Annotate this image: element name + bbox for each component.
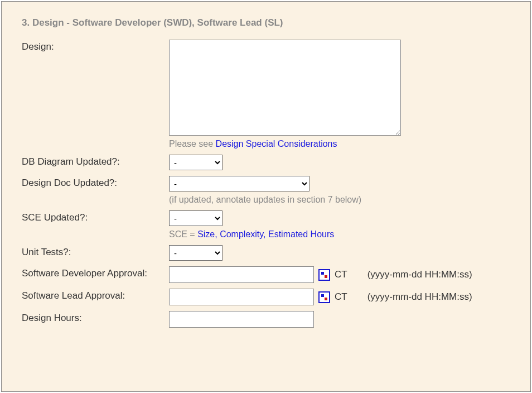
row-design-hours: Design Hours: (22, 311, 514, 328)
row-swd-approval: Software Developer Approval: CT (yyyy-mm… (22, 266, 514, 283)
row-db-diagram: DB Diagram Updated?: - (22, 155, 514, 170)
unit-tests-label: Unit Tests?: (22, 245, 169, 259)
design-doc-select[interactable]: - (169, 176, 309, 191)
row-sl-approval: Software Lead Approval: CT (yyyy-mm-dd H… (22, 289, 514, 305)
unit-tests-select[interactable]: - (169, 245, 223, 261)
sce-select[interactable]: - (169, 210, 223, 226)
sl-approval-label: Software Lead Approval: (22, 289, 169, 303)
design-hint-prefix: Please see (169, 139, 216, 148)
db-diagram-label: DB Diagram Updated?: (22, 155, 169, 169)
design-section-panel: 3. Design - Software Developer (SWD), So… (1, 1, 531, 392)
row-unit-tests: Unit Tests?: - (22, 245, 514, 261)
swd-approval-input[interactable] (169, 266, 314, 283)
design-label: Design: (22, 40, 169, 54)
swd-approval-label: Software Developer Approval: (22, 266, 169, 280)
sl-approval-input[interactable] (169, 289, 314, 305)
swd-approval-format: (yyyy-mm-dd HH:MM:ss) (367, 269, 472, 280)
swd-approval-tz: CT (335, 269, 347, 280)
db-diagram-select[interactable]: - (169, 155, 223, 170)
design-hours-label: Design Hours: (22, 311, 169, 325)
calendar-icon[interactable] (318, 291, 330, 303)
sce-definition-link[interactable]: Size, Complexity, Estimated Hours (197, 229, 334, 239)
design-doc-label: Design Doc Updated?: (22, 176, 169, 190)
design-hint: Please see Design Special Considerations (169, 139, 337, 149)
calendar-icon[interactable] (318, 269, 330, 281)
sl-approval-tz: CT (335, 291, 347, 303)
row-sce: SCE Updated?: - SCE = Size, Complexity, … (22, 210, 514, 239)
sce-hint-prefix: SCE = (169, 229, 197, 239)
sce-label: SCE Updated?: (22, 210, 169, 224)
row-design: Design: Please see Design Special Consid… (22, 40, 514, 149)
row-design-doc: Design Doc Updated?: - (if updated, anno… (22, 176, 514, 205)
design-doc-hint: (if updated, annotate updates in section… (169, 195, 361, 205)
sl-approval-format: (yyyy-mm-dd HH:MM:ss) (367, 291, 472, 303)
design-hours-input[interactable] (169, 311, 314, 328)
sce-hint: SCE = Size, Complexity, Estimated Hours (169, 229, 334, 239)
design-special-considerations-link[interactable]: Design Special Considerations (216, 139, 337, 148)
design-textarea[interactable] (169, 40, 401, 136)
section-title: 3. Design - Software Developer (SWD), So… (22, 17, 514, 28)
